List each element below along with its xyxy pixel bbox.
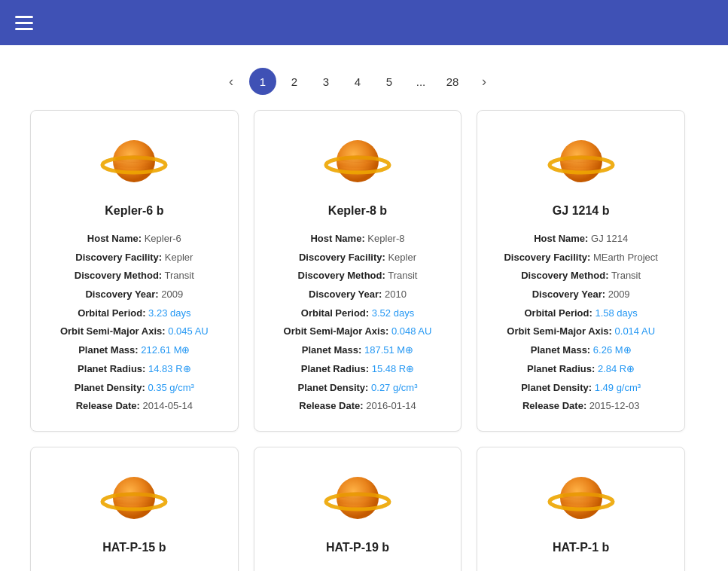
planet-name: GJ 1214 b [553,204,610,218]
menu-icon[interactable] [15,16,33,30]
planet-illustration [100,463,168,541]
planet-name: Kepler-6 b [105,204,163,218]
planet-card: HAT-P-15 b [30,447,239,571]
page-28-button[interactable]: 28 [439,68,466,95]
page-ellipsis: ... [407,68,434,95]
svg-point-16 [562,155,600,163]
svg-point-23 [114,499,154,505]
svg-point-28 [339,492,376,499]
planet-name: HAT-P-19 b [326,541,389,554]
planet-card: Kepler-8 b Host Name: Kepler-8 Discovery… [254,110,462,432]
page-5-button[interactable]: 5 [376,68,403,95]
svg-point-34 [562,492,600,499]
pagination: ‹ 1 2 3 4 5 ... 28 › [0,45,715,110]
svg-point-5 [114,162,154,168]
planet-card: HAT-P-19 b [254,447,462,571]
svg-point-29 [337,499,378,505]
cards-grid: Kepler-6 b Host Name: Kepler-6 Discovery… [0,110,715,571]
svg-point-17 [561,162,602,168]
page-1-button[interactable]: 1 [249,68,276,95]
planet-card: HAT-P-1 b [477,447,685,571]
prev-page-button[interactable]: ‹ [218,68,245,95]
planet-card: Kepler-6 b Host Name: Kepler-6 Discovery… [30,110,239,432]
svg-point-11 [337,162,378,168]
page-3-button[interactable]: 3 [312,68,340,95]
page-2-button[interactable]: 2 [281,68,308,95]
svg-point-10 [339,155,376,163]
planet-illustration [547,126,615,204]
planet-name: HAT-P-1 b [553,541,609,554]
planet-illustration [100,126,168,204]
planet-name: Kepler-8 b [328,204,387,218]
planet-illustration [324,463,391,541]
planet-name: HAT-P-15 b [102,541,166,554]
card-info: Host Name: Kepler-6 Discovery Facility: … [42,230,227,416]
svg-point-35 [561,499,602,505]
planet-card: GJ 1214 b Host Name: GJ 1214 Discovery F… [477,110,685,432]
svg-point-4 [115,155,153,163]
planet-illustration [547,463,615,541]
planet-illustration [324,126,391,204]
app-header [0,0,728,45]
main-content: ‹ 1 2 3 4 5 ... 28 › Kepler-6 b [0,45,728,571]
card-info: Host Name: GJ 1214 Discovery Facility: M… [489,230,673,416]
page-4-button[interactable]: 4 [344,68,371,95]
svg-point-22 [115,492,153,499]
card-info: Host Name: Kepler-8 Discovery Facility: … [266,230,450,416]
next-page-button[interactable]: › [471,68,498,95]
